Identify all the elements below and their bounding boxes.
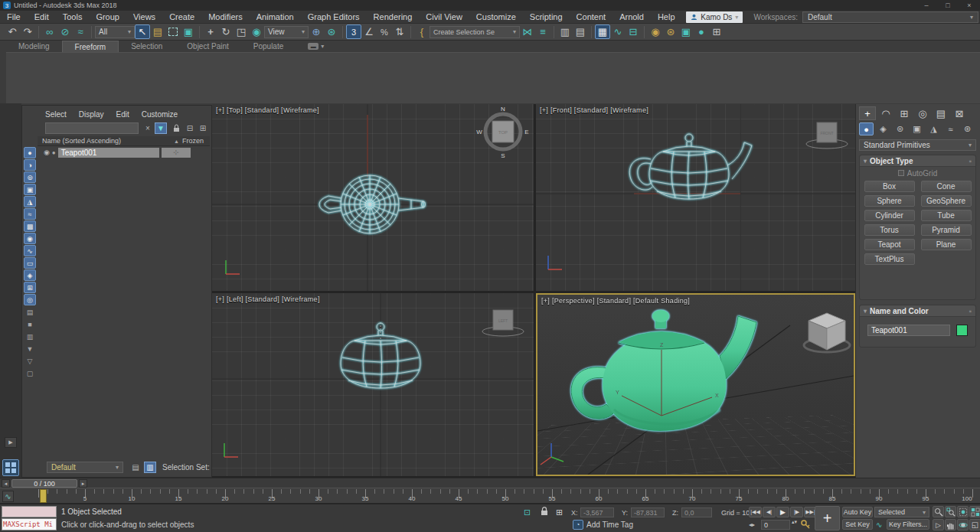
viewport-layout-tab-button[interactable] <box>2 459 19 476</box>
viewport-label-front[interactable]: [+] [Front] [Standard] [Wireframe] <box>540 106 648 114</box>
cone-button[interactable]: Cone <box>921 181 972 192</box>
ribbon-tab-selection[interactable]: Selection <box>119 41 175 52</box>
rendered-frame-window-button[interactable]: ▣ <box>678 24 694 39</box>
key-filters-button[interactable]: Key Filters... <box>887 519 929 530</box>
key-mode-toggle[interactable] <box>801 520 810 531</box>
teapot-button[interactable]: Teapot <box>864 239 915 250</box>
menu-file[interactable]: File <box>0 11 28 23</box>
mini-curve-editor-button[interactable]: ∿ <box>2 491 14 502</box>
ribbon-tab-freeform[interactable]: Freeform <box>62 41 119 52</box>
geosphere-button[interactable]: GeoSphere <box>921 195 972 207</box>
next-frame-button[interactable]: |▶ <box>790 507 803 517</box>
layers-stack-icon[interactable]: ▤ <box>129 462 142 473</box>
toggle-ribbon-button[interactable]: ▦ <box>595 24 610 39</box>
frame-step-arrows[interactable]: ◂▸ <box>749 521 755 528</box>
menu-animation[interactable]: Animation <box>250 11 301 23</box>
se-menu-select[interactable]: Select <box>45 110 67 119</box>
percent-snap-toggle[interactable]: % <box>377 24 392 39</box>
close-button[interactable]: × <box>959 2 980 9</box>
menu-modifiers[interactable]: Modifiers <box>201 11 250 23</box>
clear-search-icon[interactable]: × <box>142 122 154 134</box>
menu-scripting[interactable]: Scripting <box>523 11 570 23</box>
table-row[interactable]: ◉ ● Teapot001 ⊹ <box>38 147 210 158</box>
teapot-front-view[interactable] <box>629 134 752 199</box>
filter-containers-icon[interactable]: ◉ <box>24 233 36 244</box>
field-of-view-button[interactable]: ▷ <box>933 519 944 530</box>
ribbon-tab-modeling[interactable]: Modeling <box>6 41 62 52</box>
se-menu-customize[interactable]: Customize <box>142 110 178 119</box>
category-systems-icon[interactable]: ⊛ <box>960 122 975 135</box>
material-editor-button[interactable]: ◉ <box>648 24 663 39</box>
se-menu-display[interactable]: Display <box>79 110 104 119</box>
zoom-extents-button[interactable] <box>957 506 969 517</box>
menu-group[interactable]: Group <box>89 11 126 23</box>
tab-utilities[interactable]: ⊠ <box>951 106 968 120</box>
tab-modify[interactable]: ◠ <box>877 106 894 120</box>
key-filter-mode-icon[interactable]: ∿ <box>876 521 882 529</box>
bind-to-space-warp-icon[interactable]: ≈ <box>73 24 88 39</box>
undo-button[interactable]: ↶ <box>5 24 20 39</box>
category-spacewarps-icon[interactable]: ≈ <box>943 122 958 135</box>
set-keys-button[interactable]: + <box>815 506 840 530</box>
isolate-selection-toggle[interactable]: ⊡ <box>524 508 531 517</box>
viewport-label-perspective[interactable]: [+] [Perspective] [Standard] [Default Sh… <box>541 297 690 305</box>
x-coordinate-field[interactable] <box>580 508 614 517</box>
time-slider-track[interactable]: ◂ 0 / 100 ▸ <box>0 478 980 488</box>
filter-helpers-icon[interactable]: ◮ <box>24 196 36 207</box>
window-crossing-toggle[interactable]: ▣ <box>181 24 196 39</box>
menu-arnold[interactable]: Arnold <box>612 11 651 23</box>
select-by-name-button[interactable]: ▤ <box>150 24 165 39</box>
teapot-perspective[interactable] <box>571 310 756 431</box>
maximize-button[interactable]: □ <box>937 2 959 9</box>
select-and-link-icon[interactable]: ∞ <box>42 24 57 39</box>
menu-civil-view[interactable]: Civil View <box>419 11 469 23</box>
current-frame-marker[interactable] <box>40 489 47 503</box>
workspace-dropdown[interactable]: Default ▾ <box>802 11 978 23</box>
redo-button[interactable]: ↷ <box>20 24 35 39</box>
set-key-button[interactable]: Set Key <box>842 519 873 530</box>
tab-display[interactable]: ▤ <box>933 106 949 120</box>
zoom-all-button[interactable] <box>945 506 956 517</box>
pyramid-button[interactable]: Pyramid <box>921 224 972 236</box>
go-to-start-button[interactable]: |◀◀ <box>749 507 762 517</box>
time-slider-next-button[interactable]: ▸ <box>79 479 87 488</box>
name-color-rollout-header[interactable]: ▾ Name and Color ▪ <box>860 305 975 317</box>
filter-folder-icon[interactable]: ▢ <box>24 367 36 379</box>
filter-expand-icon[interactable]: ▼ <box>24 343 36 354</box>
render-setup-button[interactable]: ⊛ <box>663 24 678 39</box>
signin-user-button[interactable]: Kamo Ds ▾ <box>686 11 743 23</box>
toggle-scene-explorer-button[interactable]: ▥ <box>557 24 573 39</box>
filter-groups-icon[interactable]: ▭ <box>24 257 36 269</box>
select-and-place-button[interactable]: ◉ <box>249 24 264 39</box>
menu-views[interactable]: Views <box>126 11 162 23</box>
sync-selection-icon[interactable]: ⊟ <box>184 122 196 134</box>
tube-button[interactable]: Tube <box>921 210 972 221</box>
zoom-extents-all-button[interactable] <box>969 506 980 517</box>
object-color-swatch[interactable] <box>956 325 968 336</box>
rectangular-selection-region-button[interactable] <box>165 24 181 39</box>
category-cameras-icon[interactable]: ▣ <box>910 122 924 135</box>
select-and-rotate-button[interactable]: ↻ <box>218 24 234 39</box>
filter-assemblies-icon[interactable]: ⊞ <box>24 282 36 293</box>
menu-rendering[interactable]: Rendering <box>367 11 420 23</box>
visibility-eye-icon[interactable]: ◉ <box>44 149 50 156</box>
current-frame-field[interactable] <box>761 520 790 530</box>
autogrid-checkbox[interactable]: AutoGrid <box>860 167 975 179</box>
toggle-layer-explorer-button[interactable]: ▤ <box>573 24 588 39</box>
spinner-snap-toggle[interactable]: ⇅ <box>392 24 407 39</box>
filter-collapse-icon[interactable]: ▽ <box>24 355 36 367</box>
category-helpers-icon[interactable]: ◮ <box>926 122 941 135</box>
y-coordinate-field[interactable] <box>631 508 665 517</box>
menu-edit[interactable]: Edit <box>28 11 56 23</box>
orbit-button[interactable] <box>957 519 969 530</box>
render-production-button[interactable]: ● <box>694 24 709 39</box>
lock-explorer-icon[interactable] <box>170 122 182 134</box>
play-button[interactable]: ▶ <box>776 507 789 517</box>
view-gizmo[interactable]: LEFT <box>482 310 524 336</box>
viewcube-compass[interactable]: TOP N E S W <box>476 106 528 159</box>
scene-explorer-search-input[interactable] <box>45 122 139 134</box>
select-and-manipulate-button[interactable]: ⊛ <box>324 24 339 39</box>
schematic-view-button[interactable]: ⊟ <box>626 24 641 39</box>
category-shapes-icon[interactable]: ◈ <box>876 122 890 135</box>
filter-shapes-icon[interactable]: ◑ <box>24 159 36 171</box>
